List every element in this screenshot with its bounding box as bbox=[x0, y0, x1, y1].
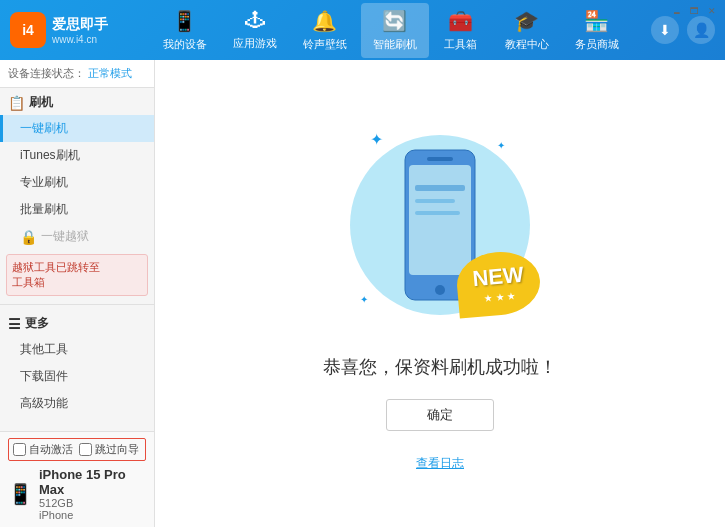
pro-flash-label: 专业刷机 bbox=[20, 175, 68, 189]
close-button[interactable]: ✕ bbox=[705, 4, 719, 18]
sidebar-item-download-firmware[interactable]: 下载固件 bbox=[0, 363, 154, 390]
maximize-button[interactable]: 🗖 bbox=[687, 4, 701, 18]
status-label: 设备连接状态： bbox=[8, 67, 85, 79]
flash-group-title: 📋 刷机 bbox=[0, 88, 154, 115]
device-phone-icon: 📱 bbox=[8, 482, 33, 506]
nav-ringtones[interactable]: 🔔 铃声壁纸 bbox=[291, 3, 359, 58]
sidebar-item-pro-flash[interactable]: 专业刷机 bbox=[0, 169, 154, 196]
more-group-title: ☰ 更多 bbox=[0, 309, 154, 336]
nav-tutorial-icon: 🎓 bbox=[514, 9, 539, 33]
svg-rect-4 bbox=[415, 185, 465, 191]
lock-icon: 🔒 bbox=[20, 229, 37, 245]
auto-activate-option[interactable]: 自动激活 bbox=[13, 442, 73, 457]
sparkle-1: ✦ bbox=[370, 130, 383, 149]
main-layout: 设备连接状态： 正常模式 📋 刷机 一键刷机 iTunes刷机 专业刷机 批量刷… bbox=[0, 60, 725, 527]
jailbreak-notice[interactable]: 越狱工具已跳转至 工具箱 bbox=[6, 254, 148, 296]
sidebar: 设备连接状态： 正常模式 📋 刷机 一键刷机 iTunes刷机 专业刷机 批量刷… bbox=[0, 60, 155, 527]
download-firmware-label: 下载固件 bbox=[20, 369, 68, 383]
device-storage: 512GB bbox=[39, 497, 146, 509]
nav-flash-icon: 🔄 bbox=[382, 9, 407, 33]
itunes-flash-label: iTunes刷机 bbox=[20, 148, 80, 162]
jailbreak-label: 一键越狱 bbox=[41, 228, 89, 245]
sidebar-item-batch-flash[interactable]: 批量刷机 bbox=[0, 196, 154, 223]
sidebar-item-advanced[interactable]: 高级功能 bbox=[0, 390, 154, 417]
nav-my-device[interactable]: 📱 我的设备 bbox=[151, 3, 219, 58]
notice-text: 越狱工具已跳转至 工具箱 bbox=[12, 261, 100, 288]
nav-ringtones-label: 铃声壁纸 bbox=[303, 37, 347, 52]
sidebar-item-one-key-flash[interactable]: 一键刷机 bbox=[0, 115, 154, 142]
content-area: NEW ★ ★ ★ ✦ ✦ ✦ 恭喜您，保资料刷机成功啦！ 确定 查看日志 bbox=[155, 60, 725, 527]
device-name: iPhone 15 Pro Max bbox=[39, 467, 146, 497]
svg-rect-5 bbox=[415, 199, 455, 203]
auto-activate-checkbox[interactable] bbox=[13, 443, 26, 456]
svg-rect-6 bbox=[415, 211, 460, 215]
nav-tutorial-label: 教程中心 bbox=[505, 37, 549, 52]
sidebar-item-itunes-flash[interactable]: iTunes刷机 bbox=[0, 142, 154, 169]
guided-setup-option[interactable]: 跳过向导 bbox=[79, 442, 139, 457]
sparkle-2: ✦ bbox=[497, 140, 505, 151]
nav-bar: 📱 我的设备 🕹 应用游戏 🔔 铃声壁纸 🔄 智能刷机 🧰 工具箱 🎓 教程中心… bbox=[130, 3, 651, 58]
status-mode: 正常模式 bbox=[88, 67, 132, 79]
header: i4 爱思即手 www.i4.cn 📱 我的设备 🕹 应用游戏 🔔 铃声壁纸 🔄… bbox=[0, 0, 725, 60]
logo-text: 爱思即手 www.i4.cn bbox=[52, 16, 108, 45]
guided-setup-label: 跳过向导 bbox=[95, 442, 139, 457]
svg-rect-1 bbox=[409, 165, 471, 275]
more-group-label: 更多 bbox=[25, 315, 49, 332]
nav-business-label: 务员商城 bbox=[575, 37, 619, 52]
confirm-button[interactable]: 确定 bbox=[386, 399, 494, 431]
logo-subtitle: www.i4.cn bbox=[52, 34, 108, 45]
nav-my-device-icon: 📱 bbox=[172, 9, 197, 33]
one-key-flash-label: 一键刷机 bbox=[20, 121, 68, 135]
nav-ringtones-icon: 🔔 bbox=[312, 9, 337, 33]
nav-business[interactable]: 🏪 务员商城 bbox=[563, 3, 631, 58]
nav-toolbox-icon: 🧰 bbox=[448, 9, 473, 33]
nav-apps-games[interactable]: 🕹 应用游戏 bbox=[221, 3, 289, 57]
nav-my-device-label: 我的设备 bbox=[163, 37, 207, 52]
flash-group-label: 刷机 bbox=[29, 94, 53, 111]
download-button[interactable]: ⬇ bbox=[651, 16, 679, 44]
batch-flash-label: 批量刷机 bbox=[20, 202, 68, 216]
sparkle-3: ✦ bbox=[360, 294, 368, 305]
nav-smart-flash[interactable]: 🔄 智能刷机 bbox=[361, 3, 429, 58]
success-illustration: NEW ★ ★ ★ ✦ ✦ ✦ 恭喜您，保资料刷机成功啦！ 确定 查看日志 bbox=[323, 115, 557, 472]
status-bar: 设备连接状态： 正常模式 bbox=[0, 60, 154, 88]
logo-title: 爱思即手 bbox=[52, 16, 108, 34]
phone-container: NEW ★ ★ ★ ✦ ✦ ✦ bbox=[340, 115, 540, 335]
sidebar-divider bbox=[0, 304, 154, 305]
logo-icon: i4 bbox=[10, 12, 46, 48]
flash-group-icon: 📋 bbox=[8, 95, 25, 111]
view-log-link[interactable]: 查看日志 bbox=[416, 455, 464, 472]
nav-apps-label: 应用游戏 bbox=[233, 36, 277, 51]
guided-setup-checkbox[interactable] bbox=[79, 443, 92, 456]
sidebar-item-other-tools[interactable]: 其他工具 bbox=[0, 336, 154, 363]
logo: i4 爱思即手 www.i4.cn bbox=[10, 12, 110, 48]
auto-activate-label: 自动激活 bbox=[29, 442, 73, 457]
svg-point-2 bbox=[435, 285, 445, 295]
auto-options: 自动激活 跳过向导 bbox=[8, 438, 146, 461]
nav-tutorial[interactable]: 🎓 教程中心 bbox=[493, 3, 561, 58]
new-text: NEW bbox=[471, 262, 524, 292]
nav-flash-label: 智能刷机 bbox=[373, 37, 417, 52]
advanced-label: 高级功能 bbox=[20, 396, 68, 410]
device-section: 自动激活 跳过向导 📱 iPhone 15 Pro Max 512GB iPho… bbox=[0, 431, 154, 527]
device-type: iPhone bbox=[39, 509, 146, 521]
svg-rect-3 bbox=[427, 157, 453, 161]
sidebar-item-jailbreak: 🔒 一键越狱 bbox=[0, 223, 154, 250]
nav-toolbox-label: 工具箱 bbox=[444, 37, 477, 52]
nav-toolbox[interactable]: 🧰 工具箱 bbox=[431, 3, 491, 58]
more-group-icon: ☰ bbox=[8, 316, 21, 332]
nav-business-icon: 🏪 bbox=[584, 9, 609, 33]
nav-apps-icon: 🕹 bbox=[245, 9, 265, 32]
device-info: 📱 iPhone 15 Pro Max 512GB iPhone bbox=[8, 467, 146, 521]
device-details: iPhone 15 Pro Max 512GB iPhone bbox=[39, 467, 146, 521]
header-right: ⬇ 👤 bbox=[651, 16, 715, 44]
success-message: 恭喜您，保资料刷机成功啦！ bbox=[323, 355, 557, 379]
other-tools-label: 其他工具 bbox=[20, 342, 68, 356]
user-button[interactable]: 👤 bbox=[687, 16, 715, 44]
minimize-button[interactable]: 🗕 bbox=[669, 4, 683, 18]
